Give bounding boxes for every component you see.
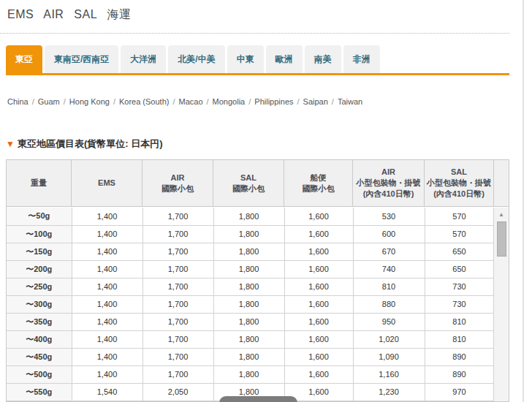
price-cell: 1,400 xyxy=(72,243,142,260)
tab-africa[interactable]: 非洲 xyxy=(343,45,380,73)
table-row: 〜300g 1,400 1,700 1,800 1,600 880 730 xyxy=(7,295,494,313)
breadcrumb-separator: / xyxy=(332,97,334,106)
price-table-header: 重量 EMS AIR 國際小包 SAL 國際小包 船便 國際小包 AIR 小型包… xyxy=(7,160,509,207)
country-link-korea-south[interactable]: Korea (South) xyxy=(119,97,169,106)
price-cell: 740 xyxy=(353,260,425,278)
country-link-saipan[interactable]: Saipan xyxy=(303,97,328,106)
price-cell: 1,800 xyxy=(213,348,284,365)
price-cell: 730 xyxy=(425,295,494,313)
price-cell: 1,600 xyxy=(284,225,353,243)
weight-cell: 〜100g xyxy=(7,225,72,243)
weight-cell: 〜50g xyxy=(7,208,72,225)
weight-cell: 〜300g xyxy=(7,295,72,313)
scroll-up-arrow-icon[interactable]: ▲ xyxy=(494,208,509,219)
price-cell: 650 xyxy=(425,260,494,278)
weight-cell: 〜400g xyxy=(7,330,72,348)
price-cell: 950 xyxy=(353,313,425,330)
price-cell: 1,700 xyxy=(142,278,213,295)
price-cell: 1,800 xyxy=(213,208,284,225)
price-cell: 1,800 xyxy=(213,278,284,295)
country-link-macao[interactable]: Macao xyxy=(179,97,203,106)
price-cell: 570 xyxy=(425,225,494,243)
price-cell: 1,020 xyxy=(353,330,425,348)
price-cell: 1,400 xyxy=(72,365,142,383)
price-cell: 1,400 xyxy=(72,225,142,243)
weight-cell: 〜450g xyxy=(7,348,72,365)
price-cell: 1,700 xyxy=(142,313,213,330)
price-cell: 970 xyxy=(425,383,494,401)
col-header-ems: EMS xyxy=(72,160,142,206)
tab-east-asia[interactable]: 東亞 xyxy=(6,45,42,73)
country-link-guam[interactable]: Guam xyxy=(38,97,60,106)
price-cell: 1,700 xyxy=(142,295,213,313)
tab-oceania[interactable]: 大洋洲 xyxy=(121,45,166,73)
tab-middle-east[interactable]: 中東 xyxy=(227,45,264,73)
price-cell: 1,800 xyxy=(213,365,284,383)
price-cell: 1,400 xyxy=(72,313,142,330)
price-cell: 890 xyxy=(425,348,494,365)
col-header-air-small-packet: AIR 小型包裝物・掛號 (內含410日幣) xyxy=(353,160,425,206)
price-cell: 1,600 xyxy=(284,365,353,383)
region-tab-bar: 東亞 東南亞/西南亞 大洋洲 北美/中美 中東 歐洲 南美 非洲 xyxy=(6,45,380,73)
table-row: 〜500g 1,400 1,700 1,800 1,600 1,160 890 xyxy=(7,365,494,383)
weight-cell: 〜350g xyxy=(7,313,72,330)
country-link-hong-kong[interactable]: Hong Kong xyxy=(69,97,110,106)
price-cell: 1,400 xyxy=(72,348,142,365)
price-cell: 1,800 xyxy=(213,330,284,348)
price-cell: 1,600 xyxy=(284,260,353,278)
price-cell: 1,800 xyxy=(213,243,284,260)
price-cell: 1,800 xyxy=(213,295,284,313)
table-row: 〜150g 1,400 1,700 1,800 1,600 670 650 xyxy=(7,243,494,260)
tab-south-america[interactable]: 南美 xyxy=(305,45,341,73)
price-cell: 1,800 xyxy=(213,313,284,330)
breadcrumb-separator: / xyxy=(32,97,34,106)
price-cell: 1,400 xyxy=(72,295,142,313)
country-link-china[interactable]: China xyxy=(7,97,28,106)
price-cell: 1,800 xyxy=(213,225,284,243)
price-cell: 1,600 xyxy=(284,330,353,348)
price-cell: 1,700 xyxy=(142,260,213,278)
weight-cell: 〜250g xyxy=(7,278,72,295)
tab-europe[interactable]: 歐洲 xyxy=(266,45,303,73)
price-cell: 1,400 xyxy=(72,330,142,348)
price-cell: 1,700 xyxy=(142,243,213,260)
table-row: 〜450g 1,400 1,700 1,800 1,600 1,090 890 xyxy=(7,348,494,365)
bottom-floating-button[interactable] xyxy=(219,396,297,402)
table-row: 〜50g 1,400 1,700 1,800 1,600 530 570 xyxy=(7,208,494,225)
price-cell: 880 xyxy=(353,295,425,313)
price-cell: 1,400 xyxy=(72,278,142,295)
breadcrumb-separator: / xyxy=(207,97,209,106)
col-header-sal-parcel: SAL 國際小包 xyxy=(213,160,284,206)
price-cell: 810 xyxy=(353,278,425,295)
tab-north-central-america[interactable]: 北美/中美 xyxy=(168,45,224,73)
price-cell: 1,700 xyxy=(142,348,213,365)
col-header-surface-parcel: 船便 國際小包 xyxy=(284,160,353,206)
col-header-sal-small-packet: SAL 小型包裝物・掛號 (內含410日幣) xyxy=(425,160,494,206)
price-table: 重量 EMS AIR 國際小包 SAL 國際小包 船便 國際小包 AIR 小型包… xyxy=(6,159,509,402)
price-cell: 570 xyxy=(425,208,494,225)
country-link-philippines[interactable]: Philippines xyxy=(254,97,293,106)
country-link-list: China/Guam/Hong Kong/Korea (South)/Macao… xyxy=(7,97,519,106)
tab-active-underline xyxy=(6,73,509,75)
table-row: 〜200g 1,400 1,700 1,800 1,600 740 650 xyxy=(7,260,494,278)
col-header-air-parcel: AIR 國際小包 xyxy=(142,160,213,206)
price-cell: 1,700 xyxy=(142,365,213,383)
price-cell: 1,160 xyxy=(353,365,425,383)
price-cell: 1,230 xyxy=(353,383,425,401)
country-link-mongolia[interactable]: Mongolia xyxy=(213,97,246,106)
scrollbar-thumb[interactable] xyxy=(497,221,506,257)
country-link-taiwan[interactable]: Taiwan xyxy=(338,97,362,106)
price-cell: 1,600 xyxy=(284,208,353,225)
price-cell: 1,600 xyxy=(284,243,353,260)
price-cell: 890 xyxy=(425,365,494,383)
breadcrumb-separator: / xyxy=(248,97,251,106)
breadcrumb-separator: / xyxy=(64,97,66,106)
table-scrollbar[interactable]: ▲ xyxy=(493,208,509,401)
price-cell: 1,600 xyxy=(284,313,353,330)
table-row: 〜250g 1,400 1,700 1,800 1,600 810 730 xyxy=(7,278,494,295)
price-cell: 1,600 xyxy=(284,278,353,295)
price-cell: 650 xyxy=(425,243,494,260)
tab-southeast-southwest-asia[interactable]: 東南亞/西南亞 xyxy=(45,45,118,73)
table-row: 〜350g 1,400 1,700 1,800 1,600 950 810 xyxy=(7,313,494,330)
triangle-down-icon: ▼ xyxy=(6,139,15,149)
